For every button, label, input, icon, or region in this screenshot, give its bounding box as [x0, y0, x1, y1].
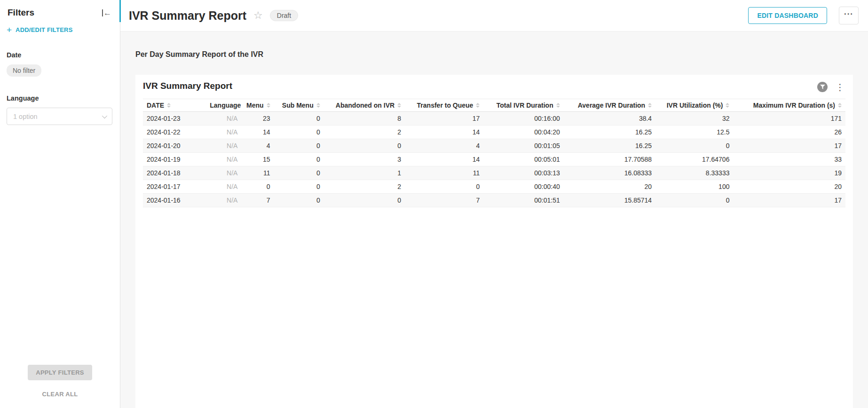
cell-date: 2024-01-16	[143, 194, 206, 207]
column-header-menu[interactable]: Menu	[241, 99, 274, 112]
table-cell: 14	[405, 126, 483, 139]
column-header-total-ivr-duration[interactable]: Total IVR Duration	[483, 99, 563, 112]
sort-icon	[267, 103, 270, 108]
sidebar-header: Filters ←	[0, 0, 120, 18]
column-header-abandoned-on-ivr[interactable]: Abandoned on IVR	[324, 99, 405, 112]
column-header-average-ivr-duration[interactable]: Average IVR Duration	[564, 99, 655, 112]
table-cell: 14	[405, 153, 483, 166]
table-cell: 00:01:51	[483, 194, 563, 207]
sort-icon	[838, 103, 842, 108]
column-header-language[interactable]: Language	[206, 99, 241, 112]
column-header-transfer-to-queue[interactable]: Transfer to Queue	[405, 99, 483, 112]
table-cell: 2	[324, 126, 405, 139]
table-cell: 0	[241, 180, 274, 194]
cell-date: 2024-01-17	[143, 180, 206, 194]
table-cell: 26	[733, 126, 845, 139]
applied-filters-icon[interactable]	[817, 82, 828, 92]
table-cell: 16.25	[564, 139, 655, 153]
table-cell: 0	[274, 180, 324, 194]
table-header-row: DATELanguageMenuSub MenuAbandoned on IVR…	[143, 99, 845, 112]
table-cell: 7	[241, 194, 274, 207]
table-cell: 20	[733, 180, 845, 194]
table-cell: 0	[274, 166, 324, 180]
chart-card-header: IVR Summary Report ⋮	[143, 81, 845, 92]
markdown-text: Per Day Summary Report of the IVR	[135, 50, 853, 59]
table-cell: 2	[324, 180, 405, 194]
table-cell: 16.08333	[564, 166, 655, 180]
language-filter-value: 1 option	[13, 113, 38, 120]
table-cell: 00:05:01	[483, 153, 563, 166]
filter-sidebar: Filters ← + ADD/EDIT FILTERS Date No fil…	[0, 0, 120, 408]
table-cell: 0	[274, 194, 324, 207]
favorite-star-icon[interactable]: ☆	[253, 10, 263, 21]
table-cell: 38.4	[564, 112, 655, 126]
table-cell: 8	[324, 112, 405, 126]
dashboard-header: IVR Summary Report ☆ Draft EDIT DASHBOAR…	[120, 0, 868, 31]
ellipsis-icon: ···	[844, 9, 853, 19]
table-cell: 17.64706	[655, 153, 733, 166]
column-header-date[interactable]: DATE	[143, 99, 206, 112]
table-row: 2024-01-17N/A002000:00:402010020	[143, 180, 845, 194]
table-cell: N/A	[206, 194, 241, 207]
table-row: 2024-01-19N/A15031400:05:0117.7058817.64…	[143, 153, 845, 166]
language-filter-select[interactable]: 1 option	[7, 108, 112, 125]
cell-date: 2024-01-18	[143, 166, 206, 180]
filter-section-label-language: Language	[7, 94, 112, 102]
sidebar-footer: APPLY FILTERS CLEAR ALL	[0, 365, 120, 398]
dashboard-content: Per Day Summary Report of the IVR IVR Su…	[120, 31, 868, 408]
table-cell: 00:16:00	[483, 112, 563, 126]
add-edit-filters-button[interactable]: + ADD/EDIT FILTERS	[7, 26, 112, 33]
table-cell: 4	[405, 139, 483, 153]
apply-filters-button[interactable]: APPLY FILTERS	[28, 365, 92, 380]
page-title: IVR Summary Report	[129, 9, 246, 23]
chart-card-actions: ⋮	[817, 81, 845, 92]
table-cell: 00:00:40	[483, 180, 563, 194]
sort-icon	[167, 103, 171, 108]
table-row: 2024-01-16N/A700700:01:5115.85714017	[143, 194, 845, 207]
table-cell: N/A	[206, 139, 241, 153]
table-cell: 8.33333	[655, 166, 733, 180]
table-cell: 20	[564, 180, 655, 194]
table-cell: 17	[405, 112, 483, 126]
table-cell: 0	[274, 112, 324, 126]
column-header-ivr-utilization[interactable]: IVR Utilization (%)	[655, 99, 733, 112]
date-filter-chip[interactable]: No filter	[7, 64, 41, 77]
chart-menu-icon[interactable]: ⋮	[835, 83, 845, 92]
table-cell: 23	[241, 112, 274, 126]
table-cell: 00:04:20	[483, 126, 563, 139]
chart-title: IVR Summary Report	[143, 81, 232, 91]
edit-dashboard-button[interactable]: EDIT DASHBOARD	[748, 7, 827, 24]
table-cell: 33	[733, 153, 845, 166]
sort-icon	[316, 103, 320, 108]
draft-status-badge: Draft	[270, 10, 298, 21]
table-cell: N/A	[206, 112, 241, 126]
column-header-sub-menu[interactable]: Sub Menu	[274, 99, 324, 112]
clear-all-button[interactable]: CLEAR ALL	[0, 391, 120, 398]
table-cell: 0	[274, 126, 324, 139]
table-cell: 0	[274, 153, 324, 166]
table-cell: N/A	[206, 126, 241, 139]
table-cell: 0	[324, 139, 405, 153]
column-header-maximum-ivr-duration-s[interactable]: Maximum IVR Duration (s)	[733, 99, 845, 112]
table-cell: 11	[405, 166, 483, 180]
table-cell: 11	[241, 166, 274, 180]
more-options-button[interactable]: ···	[839, 7, 859, 24]
table-cell: 171	[733, 112, 845, 126]
table-cell: 19	[733, 166, 845, 180]
table-cell: 14	[241, 126, 274, 139]
table-cell: 3	[324, 153, 405, 166]
chart-card: IVR Summary Report ⋮ DATELanguageMe	[135, 75, 853, 408]
sort-icon	[648, 103, 652, 108]
table-cell: 00:01:05	[483, 139, 563, 153]
table-cell: N/A	[206, 166, 241, 180]
sort-icon	[726, 103, 729, 108]
filter-section-label-date: Date	[7, 51, 112, 59]
table-cell: 15.85714	[564, 194, 655, 207]
table-cell: 0	[324, 194, 405, 207]
plus-icon: +	[7, 27, 12, 33]
table-row: 2024-01-18N/A11011100:03:1316.083338.333…	[143, 166, 845, 180]
header-actions: EDIT DASHBOARD ···	[748, 7, 859, 24]
sort-icon	[397, 103, 401, 108]
collapse-sidebar-icon[interactable]: ←	[101, 8, 112, 17]
filters-title: Filters	[8, 8, 34, 18]
